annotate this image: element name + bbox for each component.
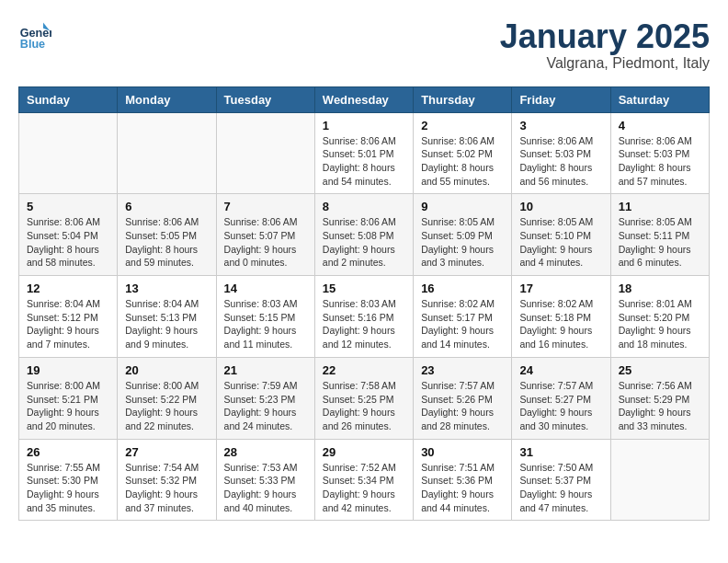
day-number: 9 [421, 200, 504, 213]
day-number: 20 [125, 363, 208, 377]
day-number: 10 [519, 200, 602, 213]
weekday-tuesday: Tuesday [216, 86, 314, 112]
calendar-cell: 15Sunrise: 8:03 AM Sunset: 5:16 PM Dayli… [314, 276, 413, 358]
calendar-cell: 20Sunrise: 8:00 AM Sunset: 5:22 PM Dayli… [118, 357, 216, 439]
week-row-1: 1Sunrise: 8:06 AM Sunset: 5:01 PM Daylig… [19, 112, 710, 194]
calendar-body: 1Sunrise: 8:06 AM Sunset: 5:01 PM Daylig… [19, 112, 710, 521]
month-title: January 2025 [500, 18, 710, 55]
day-number: 4 [619, 119, 701, 132]
day-info: Sunrise: 7:51 AM Sunset: 5:36 PM Dayligh… [421, 461, 504, 515]
day-number: 5 [27, 200, 109, 213]
day-number: 17 [519, 282, 602, 295]
day-info: Sunrise: 8:04 AM Sunset: 5:13 PM Dayligh… [125, 297, 208, 351]
calendar-cell [216, 112, 314, 194]
day-number: 24 [519, 363, 602, 377]
day-info: Sunrise: 7:53 AM Sunset: 5:33 PM Dayligh… [224, 461, 307, 515]
calendar-cell: 27Sunrise: 7:54 AM Sunset: 5:32 PM Dayli… [118, 439, 216, 521]
calendar-cell: 1Sunrise: 8:06 AM Sunset: 5:01 PM Daylig… [314, 112, 413, 194]
day-info: Sunrise: 7:54 AM Sunset: 5:32 PM Dayligh… [125, 461, 208, 515]
day-number: 2 [421, 119, 504, 132]
day-info: Sunrise: 8:06 AM Sunset: 5:03 PM Dayligh… [619, 134, 701, 189]
day-number: 3 [519, 119, 602, 132]
calendar-cell [610, 439, 709, 521]
day-info: Sunrise: 8:02 AM Sunset: 5:17 PM Dayligh… [421, 297, 504, 351]
day-number: 30 [421, 445, 504, 459]
day-info: Sunrise: 8:05 AM Sunset: 5:09 PM Dayligh… [421, 215, 504, 270]
day-number: 22 [323, 363, 405, 377]
day-info: Sunrise: 8:05 AM Sunset: 5:10 PM Dayligh… [519, 215, 602, 270]
calendar-header: SundayMondayTuesdayWednesdayThursdayFrid… [19, 86, 710, 112]
day-info: Sunrise: 8:00 AM Sunset: 5:21 PM Dayligh… [27, 379, 109, 433]
day-number: 28 [224, 445, 307, 459]
day-number: 1 [323, 119, 405, 132]
weekday-saturday: Saturday [610, 86, 709, 112]
day-info: Sunrise: 8:04 AM Sunset: 5:12 PM Dayligh… [27, 297, 109, 351]
calendar-cell: 11Sunrise: 8:05 AM Sunset: 5:11 PM Dayli… [610, 194, 709, 276]
calendar-cell: 14Sunrise: 8:03 AM Sunset: 5:15 PM Dayli… [216, 276, 314, 358]
calendar-cell: 9Sunrise: 8:05 AM Sunset: 5:09 PM Daylig… [414, 194, 512, 276]
week-row-4: 19Sunrise: 8:00 AM Sunset: 5:21 PM Dayli… [19, 357, 710, 439]
calendar-cell: 31Sunrise: 7:50 AM Sunset: 5:37 PM Dayli… [512, 439, 610, 521]
day-info: Sunrise: 8:03 AM Sunset: 5:15 PM Dayligh… [224, 297, 307, 351]
calendar-cell [118, 112, 216, 194]
calendar-cell: 26Sunrise: 7:55 AM Sunset: 5:30 PM Dayli… [19, 439, 118, 521]
calendar-cell: 12Sunrise: 8:04 AM Sunset: 5:12 PM Dayli… [19, 276, 118, 358]
weekday-monday: Monday [118, 86, 216, 112]
calendar-cell: 2Sunrise: 8:06 AM Sunset: 5:02 PM Daylig… [414, 112, 512, 194]
day-number: 7 [224, 200, 307, 213]
logo: General Blue [18, 18, 51, 52]
calendar-cell: 21Sunrise: 7:59 AM Sunset: 5:23 PM Dayli… [216, 357, 314, 439]
svg-text:Blue: Blue [20, 38, 45, 51]
day-info: Sunrise: 7:57 AM Sunset: 5:26 PM Dayligh… [421, 379, 504, 433]
calendar-cell: 28Sunrise: 7:53 AM Sunset: 5:33 PM Dayli… [216, 439, 314, 521]
day-info: Sunrise: 8:06 AM Sunset: 5:05 PM Dayligh… [125, 215, 208, 270]
weekday-friday: Friday [512, 86, 610, 112]
weekday-wednesday: Wednesday [314, 86, 413, 112]
calendar-cell: 13Sunrise: 8:04 AM Sunset: 5:13 PM Dayli… [118, 276, 216, 358]
calendar-cell: 18Sunrise: 8:01 AM Sunset: 5:20 PM Dayli… [610, 276, 709, 358]
calendar-cell: 23Sunrise: 7:57 AM Sunset: 5:26 PM Dayli… [414, 357, 512, 439]
calendar-cell: 19Sunrise: 8:00 AM Sunset: 5:21 PM Dayli… [19, 357, 118, 439]
week-row-3: 12Sunrise: 8:04 AM Sunset: 5:12 PM Dayli… [19, 276, 710, 358]
weekday-thursday: Thursday [414, 86, 512, 112]
calendar-cell: 7Sunrise: 8:06 AM Sunset: 5:07 PM Daylig… [216, 194, 314, 276]
day-number: 16 [421, 282, 504, 295]
day-info: Sunrise: 8:06 AM Sunset: 5:08 PM Dayligh… [323, 215, 405, 270]
calendar-cell: 17Sunrise: 8:02 AM Sunset: 5:18 PM Dayli… [512, 276, 610, 358]
week-row-2: 5Sunrise: 8:06 AM Sunset: 5:04 PM Daylig… [19, 194, 710, 276]
calendar-cell: 24Sunrise: 7:57 AM Sunset: 5:27 PM Dayli… [512, 357, 610, 439]
day-info: Sunrise: 7:52 AM Sunset: 5:34 PM Dayligh… [323, 461, 405, 515]
calendar-cell: 16Sunrise: 8:02 AM Sunset: 5:17 PM Dayli… [414, 276, 512, 358]
day-number: 26 [27, 445, 109, 459]
calendar-cell [19, 112, 118, 194]
weekday-header-row: SundayMondayTuesdayWednesdayThursdayFrid… [19, 86, 710, 112]
day-info: Sunrise: 7:59 AM Sunset: 5:23 PM Dayligh… [224, 379, 307, 433]
day-number: 19 [27, 363, 109, 377]
day-number: 31 [519, 445, 602, 459]
calendar-cell: 25Sunrise: 7:56 AM Sunset: 5:29 PM Dayli… [610, 357, 709, 439]
day-number: 21 [224, 363, 307, 377]
day-info: Sunrise: 8:06 AM Sunset: 5:07 PM Dayligh… [224, 215, 307, 270]
location: Valgrana, Piedmont, Italy [500, 55, 710, 72]
calendar-cell: 22Sunrise: 7:58 AM Sunset: 5:25 PM Dayli… [314, 357, 413, 439]
day-number: 25 [619, 363, 701, 377]
day-info: Sunrise: 7:56 AM Sunset: 5:29 PM Dayligh… [619, 379, 701, 433]
day-number: 27 [125, 445, 208, 459]
title-block: January 2025 Valgrana, Piedmont, Italy [500, 18, 710, 72]
calendar-cell: 30Sunrise: 7:51 AM Sunset: 5:36 PM Dayli… [414, 439, 512, 521]
day-info: Sunrise: 8:06 AM Sunset: 5:02 PM Dayligh… [421, 134, 504, 189]
day-info: Sunrise: 7:55 AM Sunset: 5:30 PM Dayligh… [27, 461, 109, 515]
day-info: Sunrise: 8:05 AM Sunset: 5:11 PM Dayligh… [619, 215, 701, 270]
day-number: 18 [619, 282, 701, 295]
page-header: General Blue January 2025 Valgrana, Pied… [18, 18, 710, 72]
day-info: Sunrise: 8:02 AM Sunset: 5:18 PM Dayligh… [519, 297, 602, 351]
week-row-5: 26Sunrise: 7:55 AM Sunset: 5:30 PM Dayli… [19, 439, 710, 521]
calendar-cell: 5Sunrise: 8:06 AM Sunset: 5:04 PM Daylig… [19, 194, 118, 276]
calendar-cell: 6Sunrise: 8:06 AM Sunset: 5:05 PM Daylig… [118, 194, 216, 276]
day-number: 13 [125, 282, 208, 295]
calendar-cell: 29Sunrise: 7:52 AM Sunset: 5:34 PM Dayli… [314, 439, 413, 521]
day-number: 11 [619, 200, 701, 213]
calendar-cell: 3Sunrise: 8:06 AM Sunset: 5:03 PM Daylig… [512, 112, 610, 194]
day-info: Sunrise: 8:00 AM Sunset: 5:22 PM Dayligh… [125, 379, 208, 433]
day-info: Sunrise: 8:01 AM Sunset: 5:20 PM Dayligh… [619, 297, 701, 351]
